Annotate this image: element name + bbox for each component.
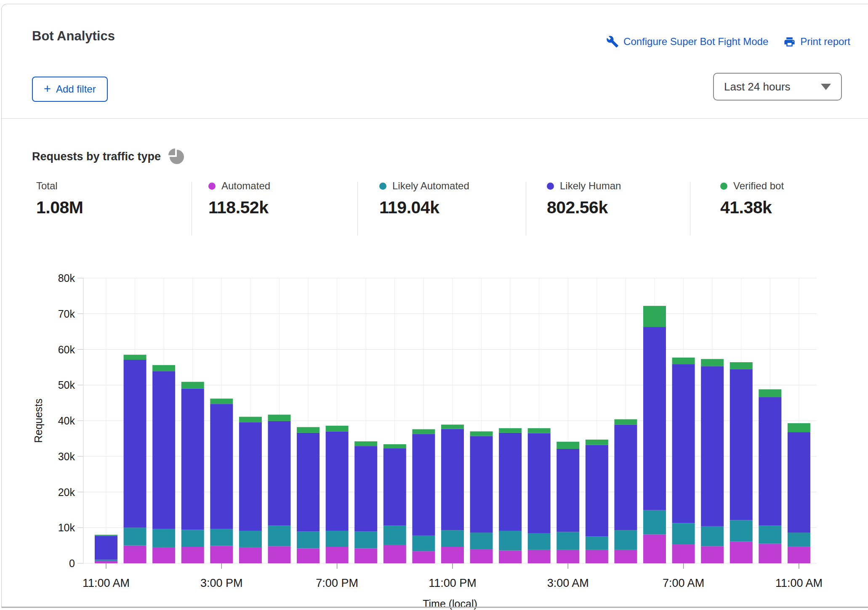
bar-segment-likely-automated[interactable] (124, 528, 146, 545)
bar-segment-likely-human[interactable] (210, 404, 233, 529)
bar-segment-automated[interactable] (326, 547, 349, 563)
bar-segment-verified-bot[interactable] (354, 441, 377, 446)
bar-segment-verified-bot[interactable] (239, 417, 262, 422)
bar-segment-likely-automated[interactable] (556, 532, 579, 549)
bar-segment-likely-automated[interactable] (354, 532, 377, 549)
bar-segment-likely-human[interactable] (672, 364, 695, 523)
bar-segment-likely-automated[interactable] (672, 523, 695, 544)
bar-segment-automated[interactable] (181, 547, 204, 563)
bar-segment-automated[interactable] (499, 550, 522, 563)
bar-segment-verified-bot[interactable] (614, 419, 637, 425)
bar-segment-verified-bot[interactable] (499, 428, 522, 433)
bar-segment-likely-human[interactable] (124, 360, 146, 528)
bar-segment-automated[interactable] (788, 546, 810, 563)
bar-segment-automated[interactable] (297, 548, 320, 563)
bar-segment-automated[interactable] (95, 561, 117, 563)
bar-segment-verified-bot[interactable] (643, 306, 666, 327)
bar-segment-likely-automated[interactable] (614, 530, 637, 550)
bar-segment-verified-bot[interactable] (268, 415, 290, 421)
traffic-chart[interactable]: 010k20k30k40k50k60k70k80k11:00 AM3:00 PM… (27, 268, 827, 610)
bar-segment-verified-bot[interactable] (528, 428, 551, 433)
bar-segment-verified-bot[interactable] (730, 362, 753, 369)
bar-segment-likely-human[interactable] (470, 436, 493, 533)
bar-segment-verified-bot[interactable] (441, 424, 464, 429)
bar-segment-automated[interactable] (701, 546, 724, 563)
bar-segment-likely-human[interactable] (181, 389, 204, 530)
configure-super-bot-fight-mode-link[interactable]: Configure Super Bot Fight Mode (606, 35, 768, 48)
bar-segment-likely-human[interactable] (441, 429, 464, 530)
bar-segment-likely-human[interactable] (759, 397, 781, 525)
bar-segment-verified-bot[interactable] (297, 427, 320, 433)
bar-segment-likely-human[interactable] (383, 448, 406, 525)
bar-segment-likely-human[interactable] (528, 433, 551, 533)
bar-segment-automated[interactable] (470, 549, 493, 563)
bar-segment-verified-bot[interactable] (326, 426, 349, 432)
bar-segment-likely-automated[interactable] (383, 525, 406, 545)
bar-segment-likely-human[interactable] (354, 446, 377, 531)
bar-segment-verified-bot[interactable] (95, 535, 117, 536)
add-filter-button[interactable]: + Add filter (32, 77, 108, 102)
bar-segment-likely-automated[interactable] (95, 560, 117, 561)
bar-segment-likely-automated[interactable] (441, 530, 464, 547)
bar-segment-likely-human[interactable] (643, 327, 666, 510)
bar-segment-automated[interactable] (556, 550, 579, 563)
bar-segment-likely-automated[interactable] (239, 531, 262, 547)
bar-segment-verified-bot[interactable] (124, 355, 146, 360)
bar-segment-likely-human[interactable] (701, 366, 724, 526)
bar-segment-likely-automated[interactable] (210, 529, 233, 546)
bar-segment-automated[interactable] (586, 550, 608, 563)
bar-segment-verified-bot[interactable] (152, 365, 175, 371)
bar-segment-automated[interactable] (730, 541, 753, 563)
bar-segment-verified-bot[interactable] (210, 398, 233, 404)
bar-segment-likely-human[interactable] (730, 369, 753, 520)
bar-segment-verified-bot[interactable] (412, 429, 435, 434)
bar-segment-automated[interactable] (614, 550, 637, 563)
bar-segment-verified-bot[interactable] (586, 440, 608, 445)
bar-segment-likely-automated[interactable] (528, 533, 551, 550)
bar-segment-likely-human[interactable] (614, 424, 637, 530)
bar-segment-likely-automated[interactable] (326, 531, 349, 547)
bar-segment-automated[interactable] (441, 547, 464, 563)
bar-segment-likely-automated[interactable] (297, 532, 320, 549)
bar-segment-verified-bot[interactable] (672, 358, 695, 364)
bar-segment-likely-human[interactable] (556, 449, 579, 532)
bar-segment-verified-bot[interactable] (759, 389, 781, 397)
bar-segment-likely-human[interactable] (326, 431, 349, 530)
bar-segment-likely-human[interactable] (586, 445, 608, 537)
bar-segment-automated[interactable] (528, 550, 551, 563)
bar-segment-automated[interactable] (672, 544, 695, 563)
bar-segment-automated[interactable] (383, 545, 406, 563)
bar-segment-likely-human[interactable] (152, 371, 175, 529)
bar-segment-likely-automated[interactable] (701, 526, 724, 546)
bar-segment-automated[interactable] (239, 547, 262, 563)
time-range-select[interactable]: Last 24 hours (713, 73, 842, 101)
bar-segment-likely-automated[interactable] (470, 533, 493, 549)
bar-segment-automated[interactable] (124, 546, 146, 563)
bar-segment-verified-bot[interactable] (181, 382, 204, 389)
bar-segment-automated[interactable] (152, 547, 175, 563)
bar-segment-automated[interactable] (210, 546, 233, 563)
bar-segment-automated[interactable] (354, 548, 377, 563)
bar-segment-verified-bot[interactable] (788, 423, 810, 432)
bar-segment-likely-human[interactable] (268, 421, 290, 525)
print-report-link[interactable]: Print report (783, 36, 850, 48)
bar-segment-likely-automated[interactable] (759, 525, 781, 544)
bar-segment-likely-automated[interactable] (181, 530, 204, 547)
bar-segment-likely-human[interactable] (788, 432, 810, 533)
bar-segment-likely-human[interactable] (95, 536, 117, 560)
bar-segment-likely-automated[interactable] (730, 520, 753, 541)
bar-segment-automated[interactable] (759, 544, 781, 563)
bar-segment-likely-human[interactable] (297, 433, 320, 532)
bar-segment-likely-human[interactable] (239, 422, 262, 530)
bar-segment-likely-human[interactable] (499, 433, 522, 531)
bar-segment-likely-automated[interactable] (586, 536, 608, 549)
bar-segment-likely-automated[interactable] (788, 533, 810, 546)
bar-segment-verified-bot[interactable] (470, 431, 493, 436)
bar-segment-likely-automated[interactable] (412, 536, 435, 551)
bar-segment-automated[interactable] (268, 546, 290, 563)
bar-segment-verified-bot[interactable] (383, 444, 406, 448)
bar-segment-likely-automated[interactable] (499, 531, 522, 551)
bar-segment-likely-human[interactable] (412, 434, 435, 536)
bar-segment-verified-bot[interactable] (556, 442, 579, 449)
bar-segment-verified-bot[interactable] (701, 359, 724, 366)
